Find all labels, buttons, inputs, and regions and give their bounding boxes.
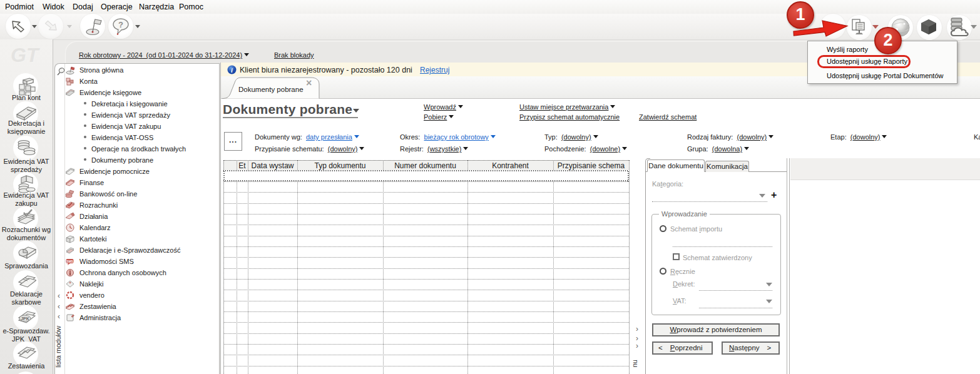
svg-text:JPK: JPK: [21, 316, 29, 321]
svg-text:i: i: [231, 67, 233, 74]
svg-text:?: ?: [118, 20, 123, 29]
svg-text:SMS: SMS: [66, 260, 74, 263]
